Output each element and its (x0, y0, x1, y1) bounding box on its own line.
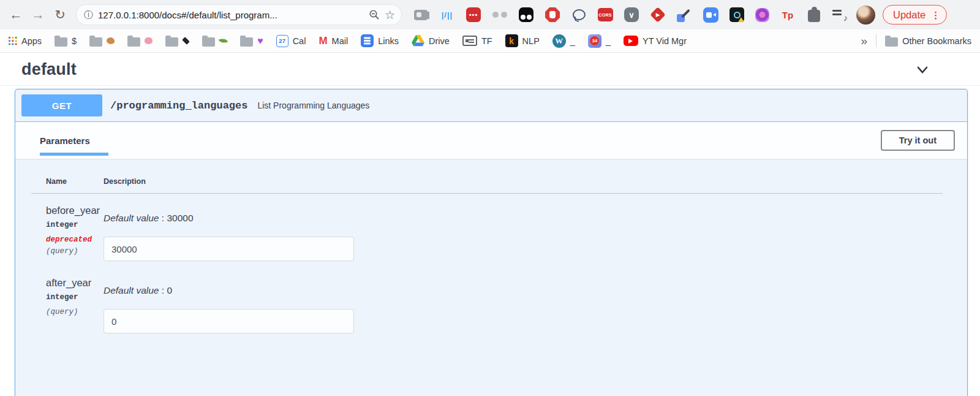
react-devtools-extension-icon[interactable] (729, 7, 745, 23)
bookmark-tf[interactable]: TF (462, 36, 492, 46)
address-bar[interactable]: ⓘ 127.0.0.1:8000/docs#/default/list_prog… (76, 4, 402, 25)
browser-toolbar: ← → ↻ ⓘ 127.0.0.1:8000/docs#/default/lis… (0, 0, 980, 29)
links-icon (361, 34, 374, 47)
bookmark-drive[interactable]: Drive (412, 35, 450, 47)
bookmark-folder-graduation[interactable] (165, 36, 189, 47)
before-year-input[interactable] (104, 237, 354, 261)
bookmark-wordpress[interactable]: W _ (552, 34, 575, 48)
folder-icon (89, 37, 102, 47)
forward-icon[interactable]: → (27, 4, 49, 26)
herb-icon (219, 37, 228, 45)
calendar-34-icon: 34 (588, 34, 601, 48)
folder-icon (202, 37, 215, 47)
param-name-cell: before_year integer deprecated (query) (31, 194, 104, 261)
tag-section-header[interactable]: default (0, 53, 980, 86)
param-description-cell: Default value : 0 (104, 261, 943, 333)
purple-heart-icon: ♥ (257, 36, 263, 46)
brain-icon (145, 37, 153, 44)
youtube-icon (624, 36, 638, 46)
tp-extension-icon[interactable]: Tp (780, 7, 796, 23)
flower-extension-icon[interactable] (755, 8, 769, 22)
folder-icon (55, 37, 67, 47)
bookmark-folder-dollar[interactable]: $ (55, 36, 77, 47)
param-description-cell: Default value : 30000 (104, 194, 943, 261)
bookmarks-overflow-chevron[interactable]: » (861, 34, 868, 48)
bookmark-star-icon[interactable]: ☆ (385, 8, 395, 22)
bookmark-folder-horse[interactable] (89, 36, 115, 47)
video-call-extension-icon[interactable] (703, 7, 718, 23)
pocket-extension-icon[interactable]: ∨ (624, 7, 639, 23)
parameters-table: Name Description before_year integer dep… (31, 159, 943, 333)
column-header-description: Description (104, 159, 943, 194)
stop-hand-blocker-extension-icon[interactable] (545, 7, 560, 23)
password-manager-extension-icon[interactable]: ••• (466, 7, 481, 23)
param-default-line: Default value : 30000 (104, 213, 943, 224)
folder-icon (885, 37, 898, 47)
operation-summary-text: List Programming Languages (257, 101, 369, 110)
operation-path: /programming_languages (110, 100, 247, 112)
url-text: 127.0.0.1:8000/docs#/default/list_progra… (98, 10, 364, 20)
google-calendar-icon: 27 (276, 35, 288, 47)
zoom-out-icon[interactable] (369, 9, 380, 20)
profile-avatar[interactable] (856, 6, 875, 25)
gmail-icon: M (318, 35, 327, 47)
param-default-line: Default value : 0 (104, 285, 943, 296)
update-button[interactable]: Update ⋮ (883, 5, 947, 25)
tf-card-icon (462, 36, 477, 46)
extensions-puzzle-icon[interactable] (806, 7, 822, 23)
carousel-horse-icon (106, 37, 115, 45)
bookmark-folder-herb[interactable] (202, 36, 227, 47)
wordpress-icon: W (552, 34, 566, 48)
bookmark-calendar[interactable]: 27 Cal (276, 35, 306, 47)
folder-icon (127, 37, 140, 47)
bookmarks-divider (876, 34, 876, 47)
parameters-section-header: Parameters Try it out (15, 122, 967, 159)
chevron-down-icon[interactable] (914, 63, 931, 77)
param-name-cell: after_year integer (query) (31, 261, 104, 333)
speech-bubble-extension-icon[interactable] (571, 7, 587, 23)
site-info-icon[interactable]: ⓘ (84, 9, 93, 21)
page-title: default (21, 60, 77, 79)
kebab-menu-icon[interactable]: ⋮ (931, 10, 940, 20)
try-it-out-button[interactable]: Try it out (881, 130, 955, 151)
bookmark-calendar-34[interactable]: 34 _ (588, 34, 611, 48)
color-picker-extension-icon[interactable] (676, 7, 692, 23)
bookmark-apps[interactable]: Apps (9, 36, 42, 46)
reload-icon[interactable]: ↻ (49, 4, 71, 26)
extensions-row: |/|| ••• CORS ∨ ▶ Tp ♪ (413, 7, 848, 23)
graduation-cap-icon (182, 37, 190, 45)
operation-summary[interactable]: GET /programming_languages List Programm… (15, 89, 967, 122)
get-operation-block: GET /programming_languages List Programm… (15, 89, 968, 396)
back-icon[interactable]: ← (5, 4, 27, 26)
param-name: before_year (46, 205, 104, 216)
google-drive-icon (412, 35, 424, 47)
cors-extension-icon[interactable]: CORS (597, 7, 613, 23)
after-year-input[interactable] (104, 309, 354, 333)
bookmark-folder-brain[interactable] (127, 36, 153, 47)
bookmark-yt-vid-mgr[interactable]: YT Vid Mgr (624, 36, 687, 46)
update-label: Update (893, 9, 925, 21)
folder-icon (165, 37, 178, 47)
swagger-page: default GET /programming_languages List … (0, 53, 980, 396)
other-bookmarks[interactable]: Other Bookmarks (885, 36, 971, 47)
get-method-button[interactable]: GET (21, 94, 102, 116)
bookmark-nlp[interactable]: k NLP (505, 34, 540, 47)
black-dots-extension-icon[interactable] (518, 7, 534, 23)
param-location: (query) (46, 247, 104, 256)
share-arrow-extension-icon[interactable]: ▶ (650, 7, 666, 23)
kaggle-k-icon: k (505, 34, 518, 47)
param-name: after_year (46, 277, 104, 289)
tab-parameters: Parameters (40, 122, 90, 159)
music-playlist-extension-icon[interactable]: ♪ (832, 8, 848, 21)
param-type: integer (46, 293, 104, 302)
pipes-extension-icon[interactable]: |/|| (439, 7, 455, 23)
bookmark-folder-purple-heart[interactable]: ♥ (240, 36, 263, 47)
bookmarks-bar: Apps $ ♥ 27 Cal M Mail Links Drive (0, 29, 980, 53)
param-location: (query) (46, 308, 104, 316)
bookmark-links[interactable]: Links (361, 34, 399, 47)
apps-grid-icon (9, 37, 17, 45)
screenshot-chat-extension-icon[interactable] (413, 7, 429, 23)
bookmark-mail[interactable]: M Mail (318, 35, 348, 47)
folder-icon (240, 37, 253, 47)
binoculars-extension-icon[interactable] (492, 7, 508, 23)
